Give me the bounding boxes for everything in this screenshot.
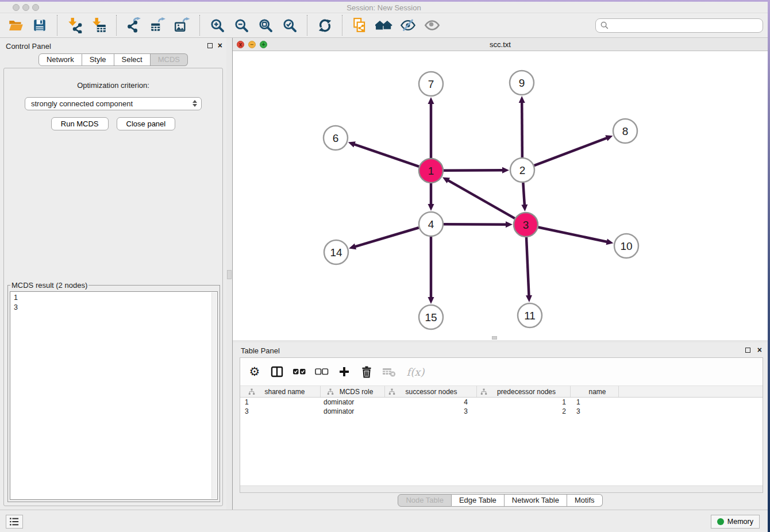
toolbar-separator [342,15,342,36]
export-table-icon [150,17,166,33]
mcds-result-text[interactable]: 1 3 [10,291,218,500]
eye-icon [424,17,440,33]
graph-edge-2-8[interactable] [534,138,607,165]
delete-table-button[interactable] [380,363,398,380]
mcds-result-title: MCDS result (2 nodes) [10,281,88,290]
table-settings-button[interactable]: ⚙ [246,363,263,380]
memory-label: Memory [727,518,753,526]
search-input[interactable] [609,20,763,31]
zoom-in-button[interactable] [207,16,227,35]
graph-arrowhead-icon [348,141,356,147]
table-toolbar: ⚙ [240,358,763,385]
delete-column-button[interactable] [358,363,375,380]
apply-layout-button[interactable] [315,16,334,35]
splitter-grip[interactable] [227,270,232,279]
zoom-in-icon [210,18,225,33]
tab-select[interactable]: Select [114,53,151,66]
graph-edge-4-3[interactable] [444,224,506,225]
graph-edge-3-10[interactable] [538,228,607,242]
graph-edge-3-11[interactable] [526,237,529,296]
graph-edge-1-6[interactable] [354,144,419,167]
import-network-button[interactable] [65,16,84,35]
network-title: scc.txt [233,40,768,49]
eye-button[interactable] [422,16,442,35]
close-panel-icon[interactable]: × [757,345,762,354]
run-mcds-button[interactable]: Run MCDS [51,117,109,130]
graph-node-label: 14 [330,246,342,259]
tab-motifs[interactable]: Motifs [567,494,603,507]
select-all-button[interactable] [291,363,308,380]
vertical-splitter[interactable] [226,38,233,510]
tab-mcds[interactable]: MCDS [151,53,188,66]
column-header-name[interactable]: name [571,386,619,397]
graph-edge-4-14[interactable] [355,228,419,246]
network-graph: 7968124314101511 [233,51,768,340]
result-line: 3 [14,303,217,313]
duplicate-network-button[interactable] [350,16,369,35]
graph-edge-2-9[interactable] [522,102,522,157]
zoom-out-icon [234,18,249,33]
graph-edge-2-3[interactable] [523,183,524,205]
column-header-shared-name[interactable]: shared name [240,386,321,397]
tab-network[interactable]: Network [38,53,82,66]
deselect-all-button[interactable] [313,363,330,380]
tab-node-table[interactable]: Node Table [398,494,452,507]
graph-arrowhead-icon [428,297,434,304]
tab-style[interactable]: Style [82,53,114,66]
app-window: Session: New Session [0,2,768,532]
toolbar-separator [116,15,117,36]
tab-edge-table[interactable]: Edge Table [452,494,505,507]
graph-node-label: 9 [519,77,525,89]
tab-network-table[interactable]: Network Table [505,494,567,507]
graph-edge-3-1[interactable] [448,180,515,218]
float-panel-icon[interactable] [745,348,750,353]
table-row[interactable]: 3 dominator 3 2 3 [240,407,763,416]
import-table-button[interactable] [89,16,109,35]
criterion-select[interactable]: strongly connected component [25,97,202,110]
deselect-all-icon [314,364,329,379]
close-panel-icon[interactable]: × [218,41,222,50]
zoom-out-button[interactable] [232,16,251,35]
open-session-button[interactable] [6,16,25,35]
graph-node-label: 4 [428,218,434,230]
result-scrollbar[interactable] [211,292,217,499]
graph-arrowhead-icon [506,221,513,228]
gear-icon: ⚙ [249,365,260,378]
memory-button[interactable]: Memory [711,515,760,529]
eye-slash-button[interactable] [398,16,418,35]
zoom-selected-button[interactable] [280,16,299,35]
zoom-fit-button[interactable] [256,16,275,35]
canvas-resize-grip[interactable] [492,336,497,340]
zoom-fit-icon [258,18,274,33]
add-column-button[interactable] [336,363,353,380]
task-history-button[interactable] [6,515,23,529]
table-hscroll-area[interactable] [240,485,763,492]
column-header-successor-nodes[interactable]: successor nodes [385,386,477,397]
tree-icon [388,388,395,395]
mcds-panel: Optimization criterion: strongly connect… [3,68,223,506]
table-row[interactable]: 1 dominator 4 1 1 [240,398,763,407]
toolbar-separator [307,15,307,36]
save-icon [32,18,47,33]
graph-edge-1-2[interactable] [444,170,503,171]
graph-arrowhead-icon [521,205,528,211]
houses-button[interactable] [374,16,394,35]
export-image-button[interactable] [172,16,192,35]
save-session-button[interactable] [30,16,49,35]
network-canvas[interactable]: 7968124314101511 [233,51,768,340]
zoom-selected-icon [282,18,298,33]
graph-node-label: 1 [428,165,434,177]
column-header-predecessor-nodes[interactable]: predecessor nodes [477,386,571,397]
cell-mcds-role: dominator [321,407,385,415]
graph-arrowhead-icon [428,204,434,211]
float-panel-icon[interactable] [207,43,213,48]
trash-icon [360,365,374,379]
table-panel: Table Panel × ⚙ [233,342,768,510]
export-table-button[interactable] [148,16,168,35]
list-icon [9,517,20,526]
export-network-button[interactable] [124,16,144,35]
function-builder-button[interactable]: f(x) [403,363,428,380]
show-columns-button[interactable] [268,363,286,380]
close-panel-button[interactable]: Close panel [117,117,176,130]
column-header-mcds-role[interactable]: MCDS role [321,386,385,397]
